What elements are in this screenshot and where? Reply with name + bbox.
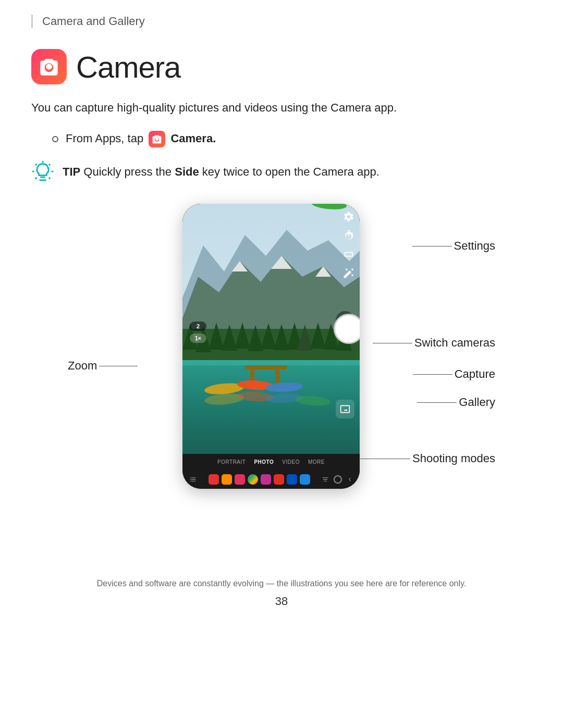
bullet-text-bold: Camera. [170, 132, 216, 145]
tip-section: TIP Quickly press the Side key twice to … [31, 160, 532, 183]
svg-rect-31 [245, 365, 287, 369]
app-icon-7[interactable] [287, 474, 297, 485]
svg-point-1 [155, 138, 158, 141]
grid-icon[interactable] [189, 475, 197, 484]
inline-camera-icon [149, 131, 165, 147]
zoom-level-2[interactable]: 2 [190, 322, 206, 331]
mode-portrait[interactable]: PORTRAIT [217, 459, 246, 465]
diagram-area: 2 1× PORTRAIT PHOTO VIDEO MORE [57, 204, 506, 537]
footer-note: Devices and software are constantly evol… [31, 579, 532, 588]
settings-icon-camera[interactable] [343, 211, 354, 223]
nav-back-icon[interactable] [346, 476, 353, 483]
app-icon-2[interactable] [222, 474, 232, 485]
bullet-circle [52, 136, 58, 142]
page-title: Camera [76, 50, 180, 84]
app-icon-6[interactable] [274, 474, 284, 485]
bullet-item: From Apps, tap Camera. [52, 131, 532, 147]
tip-bulb-icon [31, 160, 54, 183]
gallery-label: Gallery [459, 396, 495, 409]
shooting-modes-bar: PORTRAIT PHOTO VIDEO MORE [182, 454, 360, 470]
app-icon-4[interactable] [248, 474, 258, 485]
lightbulb-icon [31, 160, 54, 183]
svg-line-8 [49, 178, 51, 179]
shooting-modes-annotation: Shooting modes [412, 452, 495, 465]
svg-line-5 [35, 178, 37, 179]
bullet-text-before: From Apps, tap [66, 132, 146, 145]
mode-photo[interactable]: PHOTO [254, 459, 274, 465]
svg-line-3 [35, 164, 37, 166]
app-icon-3[interactable] [235, 474, 245, 485]
camera-screen: 2 1× [182, 204, 360, 454]
zoom-level-1x[interactable]: 1× [190, 334, 206, 343]
app-icon-8[interactable] [300, 474, 310, 485]
breadcrumb: Camera and Gallery [42, 15, 145, 28]
app-bar [182, 470, 360, 489]
shooting-modes-label: Shooting modes [412, 452, 495, 465]
mode-video[interactable]: VIDEO [282, 459, 300, 465]
tip-text-bold: Side [175, 165, 199, 178]
zoom-controls: 2 1× [190, 322, 206, 343]
app-icons-row [209, 474, 310, 485]
camera-icon-svg [39, 56, 59, 77]
app-icon-1[interactable] [209, 474, 219, 485]
phone-mockup: 2 1× PORTRAIT PHOTO VIDEO MORE [182, 204, 360, 489]
camera-top-icons [343, 211, 354, 279]
capture-button[interactable] [334, 314, 360, 344]
page-footer: Devices and software are constantly evol… [31, 569, 532, 608]
gallery-annotation: Gallery [459, 396, 495, 409]
capture-label: Capture [455, 367, 495, 380]
camera-scene-svg [182, 204, 360, 454]
timer-icon-camera[interactable] [343, 230, 354, 241]
gallery-button[interactable] [336, 400, 354, 418]
switch-cameras-annotation: Switch cameras [414, 336, 495, 350]
svg-line-6 [49, 164, 51, 166]
capture-line [413, 374, 452, 375]
capture-annotation: Capture [455, 367, 495, 381]
settings-annotation: Settings [454, 239, 496, 253]
nav-bar [321, 475, 353, 484]
camera-app-icon [31, 49, 67, 84]
nav-home-icon[interactable] [334, 475, 342, 484]
effects-icon-camera[interactable] [343, 267, 354, 279]
tip-text-after: key twice to open the Camera app. [202, 165, 380, 178]
aspect-icon-camera[interactable] [343, 249, 354, 260]
tip-text: TIP Quickly press the Side key twice to … [63, 160, 380, 180]
app-icon-5[interactable] [261, 474, 271, 485]
app-grid-icon [189, 475, 197, 484]
switch-cameras-label: Switch cameras [414, 336, 495, 349]
inline-camera-svg [152, 134, 162, 144]
nav-menu-icon[interactable] [321, 475, 329, 484]
zoom-label: Zoom [68, 359, 97, 372]
svg-rect-33 [275, 369, 279, 385]
page-description: You can capture high-quality pictures an… [31, 99, 532, 116]
svg-point-0 [46, 64, 52, 70]
zoom-annotation: Zoom [68, 359, 97, 373]
tip-label: TIP [63, 165, 80, 178]
switch-cameras-line [373, 343, 412, 343]
mode-more[interactable]: MORE [308, 459, 325, 465]
settings-line [412, 246, 452, 246]
tip-text-before: Quickly press the [83, 165, 175, 178]
title-section: Camera [31, 49, 532, 84]
page-header: Camera and Gallery [31, 15, 532, 28]
page-number: 38 [31, 595, 532, 608]
svg-rect-30 [182, 360, 360, 365]
gallery-line [417, 402, 457, 403]
bullet-text: From Apps, tap Camera. [66, 131, 216, 147]
svg-rect-29 [182, 360, 360, 454]
zoom-line [99, 366, 138, 366]
settings-label: Settings [454, 239, 496, 252]
shooting-modes-line [360, 459, 410, 459]
gallery-icon [340, 404, 350, 414]
